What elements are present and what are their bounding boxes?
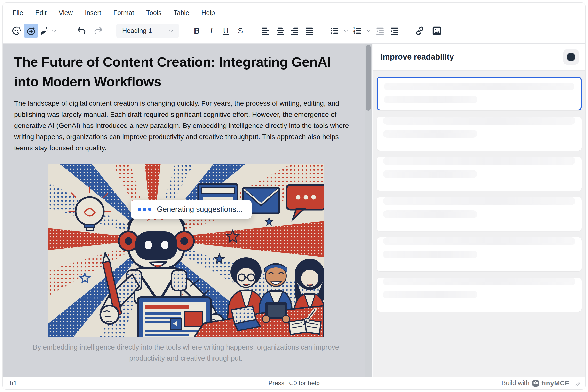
document-paragraph[interactable]: The landscape of digital content creatio… [14,98,358,153]
insert-image-button[interactable] [429,24,444,38]
image-icon [432,26,442,36]
magic-wand-icon [39,26,49,36]
italic-button[interactable]: I [204,24,219,38]
chevron-down-icon [343,28,349,34]
image-caption[interactable]: By embedding intelligence directly into … [25,342,347,364]
align-left-icon [261,26,270,36]
help-shortcut-text: Press ⌥0 for help [3,380,585,387]
indent-icon [390,26,399,36]
underline-glyph: U [223,27,229,35]
skeleton-bar [383,170,477,178]
menu-bar: File Edit View Insert Format Tools Table… [3,3,585,20]
chevron-down-icon [366,28,372,34]
ai-review-changes-button[interactable] [24,24,38,38]
ai-chat-icon [11,26,22,36]
stop-generating-button[interactable] [563,49,579,65]
suggestion-card-skeleton[interactable] [377,197,582,231]
ai-shortcuts-button[interactable] [38,24,50,38]
skeleton-bar [383,210,477,218]
branding-name[interactable]: tinyMCE [542,380,570,387]
menu-item-view[interactable]: View [59,9,73,17]
editor-scrollbar-track[interactable] [365,44,372,377]
align-right-icon [290,26,300,36]
skeleton-bar [383,250,477,258]
block-format-value: Heading 1 [122,27,168,35]
ai-shortcuts-dropdown-chevron[interactable] [50,24,58,38]
status-bar: h1 Press ⌥0 for help Build with tinyMCE [3,377,585,389]
numbered-list-dropdown-chevron[interactable] [365,24,373,38]
loading-dots-icon [138,208,152,211]
strikethrough-button[interactable]: S [233,24,248,38]
skeleton-bar [383,157,575,165]
skeleton-bar [383,130,477,138]
outdent-button[interactable] [373,24,387,38]
menu-item-edit[interactable]: Edit [35,9,47,17]
menu-item-format[interactable]: Format [114,9,134,17]
skeleton-bar [384,82,574,90]
indent-button[interactable] [387,24,402,38]
align-justify-button[interactable] [302,24,317,38]
menu-item-table[interactable]: Table [174,9,189,17]
skeleton-bar [383,238,575,245]
numbered-list-button[interactable]: 123 [350,24,365,38]
ai-assistant-button[interactable] [9,24,24,38]
chevron-down-icon [168,28,174,34]
align-right-button[interactable] [287,24,302,38]
editor-window: File Edit View Insert Format Tools Table… [3,2,585,390]
popart-illustration [49,164,324,338]
block-format-select[interactable]: Heading 1 [116,24,179,38]
ai-review-icon [26,26,36,36]
underline-button[interactable]: U [219,24,233,38]
suggestion-card-skeleton[interactable] [377,157,582,191]
generating-label: Generating suggestions... [157,205,242,214]
skeleton-bar [383,117,575,124]
numbered-list-icon: 123 [352,26,362,36]
chevron-down-icon [51,28,57,34]
tinymce-logo-icon [532,380,539,387]
undo-button[interactable] [74,24,89,38]
outdent-icon [375,26,385,36]
skeleton-bar [383,291,477,298]
branding-prefix: Build with [501,380,529,387]
bold-glyph: B [194,27,200,35]
suggestion-card-skeleton[interactable] [377,238,582,271]
align-center-icon [275,26,285,36]
skeleton-bar [383,278,575,286]
link-icon [415,26,425,36]
resize-handle-icon[interactable] [574,380,580,386]
italic-glyph: I [210,27,213,35]
generating-status-pill: Generating suggestions... [131,200,252,218]
suggestion-card-skeleton[interactable] [377,76,582,110]
redo-button[interactable] [91,24,106,38]
menu-item-help[interactable]: Help [201,9,215,17]
stop-icon [567,53,575,60]
suggestion-card-skeleton[interactable] [377,278,582,312]
editor-canvas[interactable]: The Future of Content Creation: Integrat… [3,44,365,377]
bullet-list-icon [330,26,339,36]
sidebar-header: Improve readability [373,44,585,71]
skeleton-bar [384,96,477,104]
skeleton-bar [383,197,575,205]
ai-suggestions-sidebar: Improve readability [372,44,585,377]
menu-item-tools[interactable]: Tools [146,9,161,17]
insert-link-button[interactable] [412,24,427,38]
document-title[interactable]: The Future of Content Creation: Integrat… [14,52,351,91]
menu-item-file[interactable]: File [13,9,23,17]
bold-button[interactable]: B [190,24,204,38]
undo-icon [76,26,87,36]
redo-icon [93,26,104,36]
suggestion-card-list [373,71,585,377]
editor-scrollbar-thumb[interactable] [366,45,371,111]
document-image[interactable] [49,164,324,338]
strikethrough-glyph: S [238,27,243,35]
sidebar-title: Improve readability [380,52,563,62]
align-justify-icon [304,26,314,36]
suggestion-card-skeleton[interactable] [377,117,582,151]
bullet-list-dropdown-chevron[interactable] [342,24,350,38]
align-center-button[interactable] [273,24,287,38]
bullet-list-button[interactable] [327,24,342,38]
svg-text:3: 3 [353,32,355,35]
align-left-button[interactable] [258,24,273,38]
toolbar: Heading 1 B I U S [3,20,585,43]
menu-item-insert[interactable]: Insert [85,9,101,17]
